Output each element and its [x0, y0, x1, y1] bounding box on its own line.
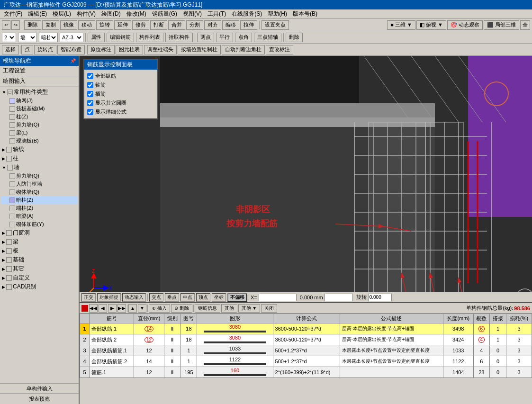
figure-column-table-btn[interactable]: 图元柱表: [116, 45, 143, 54]
perspective-btn[interactable]: ◧ 俯视 ▼: [416, 20, 446, 30]
tree-slab[interactable]: ▶ 板: [1, 246, 78, 255]
menu-item-help[interactable]: 帮助(H): [265, 9, 290, 18]
sidebar-item-beam[interactable]: 梁(L): [1, 129, 78, 137]
close-btn[interactable]: 关闭: [261, 304, 277, 313]
parallel-btn[interactable]: 平行: [216, 33, 233, 42]
3d-btn[interactable]: ■ 三维 ▼: [387, 20, 415, 30]
intersect-snap-btn[interactable]: 交点: [149, 293, 163, 302]
stretch-btn[interactable]: 拉伸: [240, 20, 257, 30]
undo-btn[interactable]: ↩: [2, 20, 10, 30]
full-view-btn[interactable]: 全: [520, 20, 530, 30]
menu-item-view[interactable]: 视图(V): [180, 9, 205, 18]
rebar-checkbox-all[interactable]: 全部纵筋: [87, 72, 154, 81]
menu-item-rebar-qty[interactable]: 钢筋量(G): [149, 9, 180, 18]
first-record-btn[interactable]: ◀◀: [89, 304, 98, 313]
tree-door-window[interactable]: ▶ 门窗洞: [1, 228, 78, 237]
adjust-column-end-btn[interactable]: 调整柱端头: [144, 45, 177, 54]
y-input[interactable]: [325, 294, 353, 301]
sidebar-item-column[interactable]: 柱(Z): [1, 113, 78, 121]
point-angle-btn[interactable]: 点角: [235, 33, 252, 42]
remove-btn[interactable]: ⊖ 删除: [171, 304, 192, 313]
rebar-info-btn[interactable]: 其他: [221, 304, 237, 313]
menu-item-tools[interactable]: 工具(T): [205, 9, 229, 18]
tree-custom[interactable]: ▶ 自定义: [1, 273, 78, 282]
sidebar-section-settings[interactable]: 工程设置: [0, 66, 79, 76]
rebar-checkbox-insert[interactable]: 插筋: [87, 90, 154, 99]
dynamic-input-btn[interactable]: 动态输入: [122, 293, 146, 302]
sidebar-pin-icon[interactable]: 📌: [70, 58, 76, 63]
mirror-btn[interactable]: 镜像: [60, 20, 77, 30]
menu-item-floor[interactable]: 楼层(L): [50, 9, 74, 18]
check-annotate-btn[interactable]: 查改标注: [266, 45, 293, 54]
vertex-snap-btn[interactable]: 顶点: [196, 293, 210, 302]
sidebar-item-axis[interactable]: 轴网(J): [1, 97, 78, 105]
menu-item-online[interactable]: 在线服务(S): [229, 9, 265, 18]
delete-aux-btn[interactable]: 删除: [286, 33, 303, 42]
sidebar-item-shear-wall[interactable]: 剪力墙(Q): [1, 121, 78, 129]
draw-column-by-wall-btn[interactable]: 按墙位置绘制柱: [178, 45, 221, 54]
menu-item-component[interactable]: 构件(V): [74, 9, 99, 18]
rebar-checkbox-stirrup[interactable]: 箍筋: [87, 81, 154, 90]
perp-snap-btn[interactable]: 垂点: [165, 293, 179, 302]
tree-cad[interactable]: ▶ CAD识别: [1, 282, 78, 291]
menu-item-edit[interactable]: 编辑(E): [25, 9, 50, 18]
scale-rebar-btn[interactable]: 钢筋信息: [195, 304, 220, 313]
local-3d-btn[interactable]: ⬛ 局部三维: [484, 20, 519, 30]
column-type-select[interactable]: 暗柱: [39, 33, 58, 42]
pick-component-btn[interactable]: 拾取构件: [165, 33, 193, 42]
rebar-checkbox-formula[interactable]: 显示详细公式: [87, 108, 154, 117]
code-select[interactable]: AZ-3: [60, 33, 83, 42]
tree-wall[interactable]: ▼ 墙: [1, 163, 78, 172]
down-btn[interactable]: ▼: [138, 304, 146, 313]
report-preview-btn[interactable]: 报表预览: [0, 394, 79, 404]
redo-btn[interactable]: ↪: [11, 20, 20, 30]
two-point-btn[interactable]: 两点: [197, 33, 214, 42]
tree-common[interactable]: ▼ □ 常用构件类型: [1, 88, 78, 97]
prev-record-btn[interactable]: ◀: [99, 304, 107, 313]
menu-item-modify[interactable]: 修改(M): [124, 9, 149, 18]
edit-rebar-btn[interactable]: 编辑钢筋: [107, 33, 134, 42]
tree-other[interactable]: ▶ 其它: [1, 264, 78, 273]
no-offset-btn[interactable]: 不偏移: [227, 293, 247, 302]
align-btn[interactable]: 对齐: [204, 20, 221, 30]
sidebar-item-masonry[interactable]: 砌体墙(Q): [1, 188, 78, 196]
join-btn[interactable]: 合并: [168, 20, 185, 30]
copy-btn[interactable]: 复制: [42, 20, 59, 30]
last-record-btn[interactable]: ▶▶: [117, 304, 126, 313]
mid-snap-btn[interactable]: 中点: [180, 293, 195, 302]
floor-select[interactable]: 2: [2, 33, 16, 42]
rotate-btn[interactable]: 旋转: [96, 20, 113, 30]
component-list-btn[interactable]: 构件列表: [136, 33, 163, 42]
extend-btn[interactable]: 延伸: [114, 20, 131, 30]
sidebar-item-civil-air[interactable]: 人防门框墙: [1, 180, 78, 188]
sidebar-section-drawing[interactable]: 绘图输入: [0, 76, 79, 87]
sidebar-item-hidden-beam[interactable]: 暗梁(A): [1, 212, 78, 220]
menu-item-draw[interactable]: 绘图(D): [99, 9, 124, 18]
insert-btn[interactable]: ⊕ 插入: [149, 304, 170, 313]
sidebar-item-shear-wall-2[interactable]: 剪力墙(Q): [1, 172, 78, 180]
table-container[interactable]: 筋号 直径(mm) 级别 图号 图形 计算公式 公式描述 长度(mm) 根数 搭…: [80, 314, 532, 378]
rotate-input[interactable]: [368, 294, 392, 301]
tree-column[interactable]: ▶ 柱: [1, 154, 78, 163]
point-tool-btn[interactable]: 点: [21, 45, 33, 54]
move-btn[interactable]: 移动: [78, 20, 95, 30]
smart-place-btn[interactable]: 智能布置: [57, 45, 85, 54]
tree-foundation[interactable]: ▶ 基础: [1, 255, 78, 264]
sidebar-item-hidden-column[interactable]: 暗柱(Z): [1, 196, 78, 204]
menu-item-file[interactable]: 文件(F): [1, 9, 25, 18]
set-grip-btn[interactable]: 设置夹点: [261, 20, 289, 30]
rotate-point-btn[interactable]: 旋转点: [34, 45, 56, 54]
property-btn[interactable]: 属性: [88, 33, 105, 42]
delete-btn[interactable]: 删除: [24, 20, 41, 30]
auto-corner-btn[interactable]: 自动判断边角柱: [222, 45, 265, 54]
next-record-btn[interactable]: ▶: [108, 304, 117, 313]
viewport[interactable]: 钢筋显示控制面板 全部纵筋 箍筋 插筋: [80, 56, 532, 292]
dynamic-observe-btn[interactable]: 🎯 动态观察: [447, 20, 483, 30]
rebar-checkbox-circle[interactable]: 显示其它圆圈: [87, 99, 154, 108]
coord-snap-btn[interactable]: 坐标: [212, 293, 226, 302]
sidebar-item-masonry-rebar[interactable]: 砌体加筋(Y): [1, 220, 78, 228]
sidebar-item-slab[interactable]: 现浇板(B): [1, 137, 78, 145]
menu-item-version[interactable]: 版本号(B): [290, 9, 320, 18]
wall-type-select[interactable]: 墙: [18, 33, 37, 42]
ortho-btn[interactable]: 正交: [81, 293, 96, 302]
